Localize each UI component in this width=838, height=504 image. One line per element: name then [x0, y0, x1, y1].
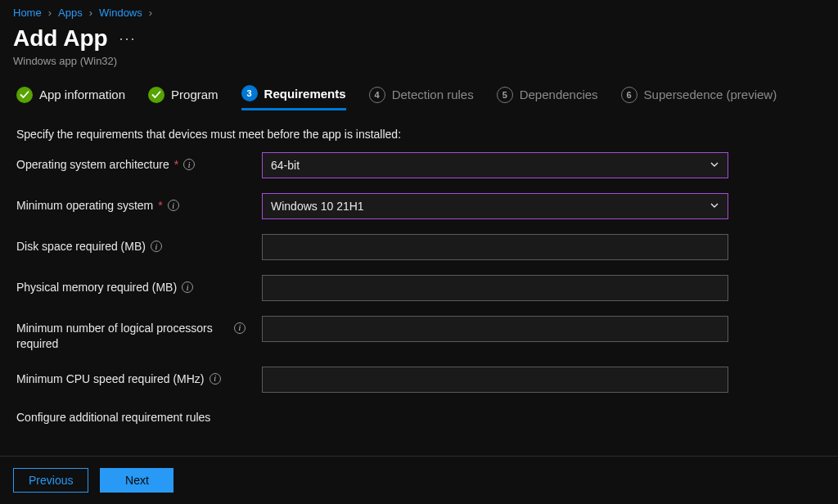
step-number-icon: 3	[241, 85, 258, 101]
required-mark: *	[174, 157, 178, 173]
tab-program[interactable]: Program	[148, 87, 219, 110]
info-icon[interactable]: i	[210, 373, 221, 385]
chevron-down-icon	[710, 200, 719, 213]
previous-button[interactable]: Previous	[13, 468, 88, 493]
page-title: Add App	[13, 25, 108, 52]
info-icon[interactable]: i	[234, 322, 246, 334]
check-icon	[148, 87, 164, 103]
breadcrumb: Home › Apps › Windows ›	[0, 0, 838, 22]
breadcrumb-home[interactable]: Home	[13, 7, 42, 19]
info-icon[interactable]: i	[168, 200, 179, 211]
tab-requirements[interactable]: 3 Requirements	[241, 85, 346, 110]
section-intro: Specify the requirements that devices mu…	[0, 119, 838, 152]
disk-input[interactable]	[262, 234, 728, 260]
chevron-right-icon: ›	[149, 7, 152, 19]
arch-label: Operating system architecture	[16, 157, 169, 173]
step-number-icon: 4	[369, 87, 385, 103]
tab-detection-rules[interactable]: 4 Detection rules	[369, 87, 474, 110]
more-icon[interactable]: ···	[119, 36, 137, 41]
check-icon	[16, 87, 33, 103]
page-subtitle: Windows app (Win32)	[0, 55, 838, 74]
tab-label: Dependencies	[520, 88, 598, 101]
cpu-speed-input[interactable]	[262, 367, 728, 393]
cpu-count-input[interactable]	[262, 316, 728, 342]
tab-dependencies[interactable]: 5 Dependencies	[497, 87, 598, 110]
minos-label: Minimum operating system	[16, 198, 153, 214]
step-number-icon: 5	[497, 87, 513, 103]
cpu-speed-label: Minimum CPU speed required (MHz)	[16, 371, 205, 387]
chevron-right-icon: ›	[48, 7, 52, 19]
chevron-down-icon	[710, 159, 719, 172]
cpu-count-label: Minimum number of logical processors req…	[16, 321, 229, 352]
chevron-right-icon: ›	[89, 7, 92, 19]
arch-value: 64-bit	[271, 159, 300, 172]
minos-value: Windows 10 21H1	[271, 200, 364, 213]
next-button[interactable]: Next	[100, 468, 173, 493]
tab-label: Requirements	[264, 87, 346, 101]
step-number-icon: 6	[621, 87, 638, 103]
minos-select[interactable]: Windows 10 21H1	[262, 193, 728, 219]
tab-label: Program	[171, 88, 219, 101]
tab-label: Supersedence (preview)	[644, 88, 777, 101]
required-mark: *	[158, 198, 162, 214]
mem-label: Physical memory required (MB)	[16, 280, 177, 295]
tab-label: Detection rules	[392, 88, 474, 101]
mem-input[interactable]	[262, 275, 728, 301]
wizard-tabs: App information Program 3 Requirements 4…	[0, 74, 838, 119]
breadcrumb-apps[interactable]: Apps	[58, 7, 83, 19]
tab-app-information[interactable]: App information	[16, 87, 125, 110]
info-icon[interactable]: i	[182, 281, 193, 293]
info-icon[interactable]: i	[183, 159, 195, 170]
arch-select[interactable]: 64-bit	[262, 152, 728, 178]
tab-supersedence[interactable]: 6 Supersedence (preview)	[621, 87, 777, 110]
tab-label: App information	[39, 88, 125, 101]
additional-rules-label: Configure additional requirement rules	[0, 407, 838, 427]
disk-label: Disk space required (MB)	[16, 239, 146, 254]
breadcrumb-windows[interactable]: Windows	[99, 7, 142, 19]
requirements-form: Operating system architecture * i 64-bit…	[0, 152, 838, 393]
info-icon[interactable]: i	[151, 241, 162, 252]
wizard-footer: Previous Next	[0, 456, 838, 504]
